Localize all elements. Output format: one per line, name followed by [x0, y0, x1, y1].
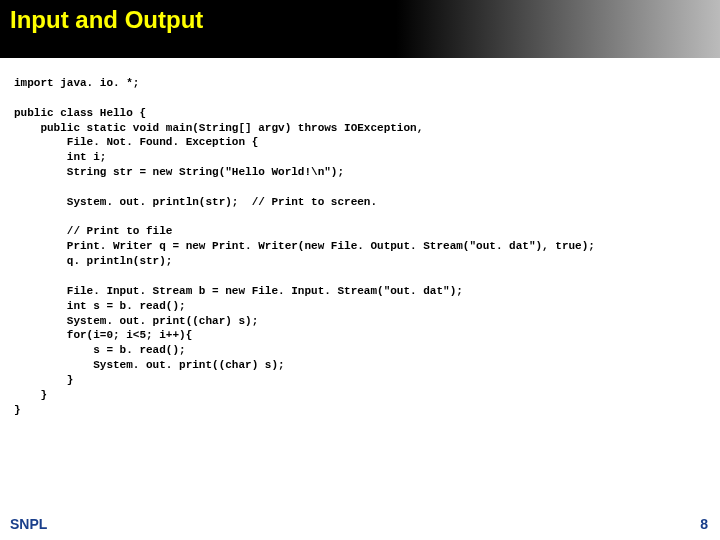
footer-org: SNPL — [10, 516, 47, 532]
slide-body: import java. io. *; public class Hello {… — [0, 58, 720, 540]
slide-header: Input and Output — [0, 0, 720, 58]
slide-title: Input and Output — [0, 0, 213, 34]
page-number: 8 — [700, 516, 708, 532]
code-block: import java. io. *; public class Hello {… — [0, 58, 720, 417]
